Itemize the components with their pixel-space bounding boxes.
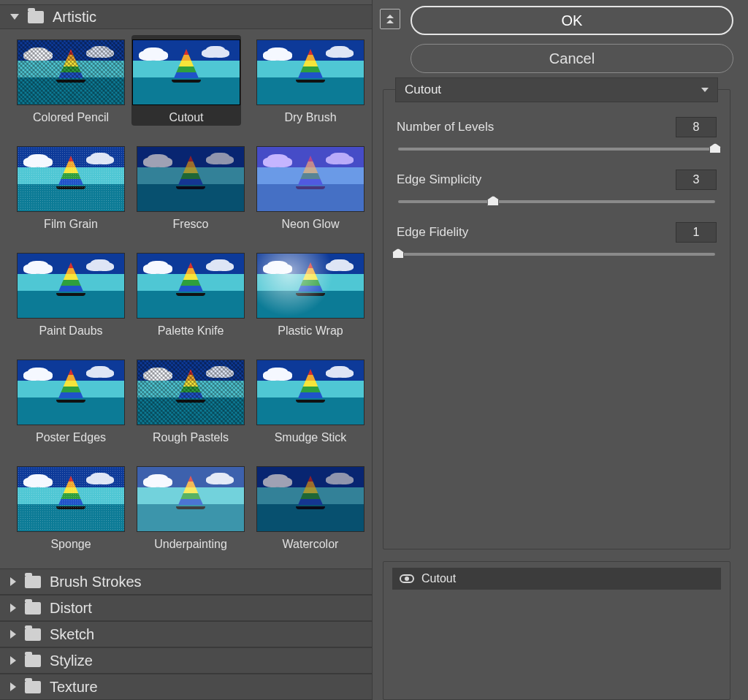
folder-icon	[28, 11, 44, 23]
filter-thumb-neon-glow[interactable]: Neon Glow	[256, 146, 365, 231]
chevron-up-icon	[386, 20, 394, 23]
filter-thumb-sponge[interactable]: Sponge	[16, 466, 126, 551]
category-label: Artistic	[53, 9, 96, 26]
filter-thumb-underpainting[interactable]: Underpainting	[136, 466, 245, 551]
filter-preview-image	[256, 39, 365, 105]
folder-icon	[25, 655, 41, 667]
filter-thumb-label: Poster Edges	[36, 431, 106, 444]
filter-thumb-palette-knife[interactable]: Palette Knife	[136, 253, 245, 338]
category-label: Texture	[50, 679, 98, 696]
param-slider[interactable]	[398, 148, 715, 151]
cancel-button[interactable]: Cancel	[411, 44, 733, 73]
applied-filters-panel: Cutout	[383, 561, 730, 700]
category-label: Sketch	[50, 626, 94, 643]
filter-preview-image	[17, 39, 125, 105]
param-label: Edge Fidelity	[397, 225, 468, 240]
param-edge-fidelity: Edge Fidelity1	[397, 222, 717, 256]
filter-thumb-plastic-wrap[interactable]: Plastic Wrap	[256, 253, 365, 338]
category-label: Distort	[50, 600, 92, 617]
filter-parameters-group: Cutout Number of Levels8Edge Simplicity3…	[383, 89, 730, 549]
filter-thumb-label: Dry Brush	[284, 111, 336, 124]
disclosure-triangle-icon	[10, 682, 16, 691]
filter-preview-image	[17, 466, 125, 532]
param-slider[interactable]	[398, 253, 715, 256]
filter-thumb-label: Smudge Stick	[275, 431, 347, 444]
button-label: Cancel	[549, 50, 595, 67]
category-header-texture[interactable]: Texture	[0, 674, 372, 700]
category-label: Brush Strokes	[50, 574, 142, 590]
filter-thumb-label: Fresco	[173, 218, 209, 231]
collapse-panel-button[interactable]	[380, 9, 400, 29]
filter-preview-image	[17, 146, 125, 212]
disclosure-triangle-icon	[10, 604, 16, 612]
param-value-input[interactable]: 3	[676, 170, 717, 190]
filter-settings-panel: OK Cancel Cutout Number of Levels8Edge S…	[373, 0, 748, 700]
filter-thumb-label: Plastic Wrap	[278, 324, 343, 338]
slider-thumb-icon[interactable]	[709, 143, 721, 153]
folder-icon	[25, 602, 41, 615]
filter-gallery-panel: Artistic Colored PencilCutoutDry BrushFi…	[0, 0, 373, 700]
dialog-buttons-row: OK Cancel	[380, 6, 733, 73]
folder-icon	[25, 681, 41, 693]
filter-preview-image	[256, 146, 365, 212]
disclosure-triangle-icon	[10, 656, 16, 665]
disclosure-triangle-icon	[10, 577, 16, 586]
disclosure-triangle-icon	[10, 630, 16, 639]
filter-thumb-label: Palette Knife	[158, 324, 224, 338]
folder-icon	[25, 576, 41, 588]
disclosure-triangle-icon	[10, 14, 19, 20]
filter-thumb-poster-edges[interactable]: Poster Edges	[16, 359, 126, 444]
filter-preview-image	[137, 466, 245, 532]
param-label: Number of Levels	[397, 120, 494, 134]
filter-thumb-label: Cutout	[169, 111, 203, 124]
param-value-input[interactable]: 8	[676, 117, 717, 137]
folder-icon	[25, 628, 41, 641]
slider-thumb-icon[interactable]	[487, 196, 499, 206]
filter-thumb-watercolor[interactable]: Watercolor	[256, 466, 365, 551]
filter-preview-image	[17, 359, 125, 425]
chevron-up-icon	[386, 15, 394, 18]
filter-preview-image	[137, 146, 245, 212]
chevron-down-icon	[701, 88, 709, 92]
filter-thumb-rough-pastels[interactable]: Rough Pastels	[136, 359, 245, 444]
slider-thumb-icon[interactable]	[392, 248, 404, 259]
button-label: OK	[562, 12, 583, 29]
filter-preview-image	[17, 253, 125, 319]
param-label: Edge Simplicity	[397, 172, 481, 187]
filter-preview-image	[137, 253, 245, 319]
filter-thumb-label: Neon Glow	[281, 218, 339, 231]
filter-thumb-label: Rough Pastels	[153, 431, 229, 444]
selected-filter-label: Cutout	[405, 83, 441, 97]
param-value-input[interactable]: 1	[676, 222, 717, 243]
param-number-of-levels: Number of Levels8	[397, 117, 717, 151]
ok-button[interactable]: OK	[411, 6, 733, 35]
filter-preview-image	[256, 466, 365, 532]
filter-thumb-dry-brush[interactable]: Dry Brush	[256, 39, 365, 124]
filter-thumb-cutout[interactable]: Cutout	[131, 35, 241, 126]
filter-thumb-label: Underpainting	[154, 538, 227, 551]
filter-thumb-label: Film Grain	[44, 218, 98, 231]
filter-thumb-label: Paint Daubs	[39, 324, 102, 338]
visibility-eye-icon[interactable]	[400, 574, 414, 583]
applied-filter-row[interactable]: Cutout	[392, 568, 721, 590]
filter-thumb-colored-pencil[interactable]: Colored Pencil	[16, 39, 126, 124]
category-header-brush-strokes[interactable]: Brush Strokes	[0, 568, 372, 595]
category-header-sketch[interactable]: Sketch	[0, 621, 372, 647]
param-edge-simplicity: Edge Simplicity3	[397, 170, 717, 203]
filter-thumb-fresco[interactable]: Fresco	[136, 146, 245, 231]
filter-preview-image	[137, 359, 245, 425]
filter-thumb-paint-daubs[interactable]: Paint Daubs	[16, 253, 126, 338]
filter-select-dropdown[interactable]: Cutout	[395, 77, 718, 102]
filter-thumb-label: Sponge	[50, 538, 91, 551]
filter-preview-image	[256, 253, 365, 319]
filter-thumb-smudge-stick[interactable]: Smudge Stick	[256, 359, 365, 444]
param-slider[interactable]	[398, 200, 715, 203]
category-header-stylize[interactable]: Stylize	[0, 647, 372, 674]
category-header-distort[interactable]: Distort	[0, 595, 372, 621]
filter-preview-image	[132, 39, 240, 105]
applied-filter-label: Cutout	[421, 572, 456, 585]
category-header-artistic[interactable]: Artistic	[0, 4, 372, 29]
filter-thumb-film-grain[interactable]: Film Grain	[16, 146, 126, 231]
filter-preview-image	[256, 359, 365, 425]
category-label: Stylize	[50, 653, 93, 669]
